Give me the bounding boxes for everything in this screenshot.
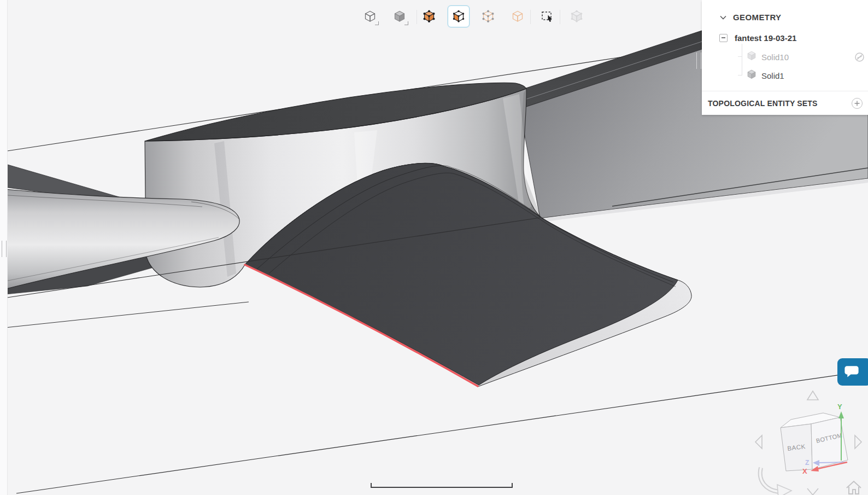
left-panel-drag-handle[interactable] [2,241,7,257]
select-assembly-button[interactable] [566,5,588,27]
visibility-off-icon[interactable] [854,52,865,65]
add-entity-set-button[interactable] [852,98,863,109]
dropdown-corner-icon [375,21,379,25]
select-assembly-icon [570,9,584,24]
panel-divider [702,91,868,91]
select-volume-button[interactable] [418,5,440,27]
toolbar-separator [417,10,417,24]
geometry-tree-root-label: fantest 19-03-21 [735,33,796,43]
select-face-icon [451,9,466,24]
select-face-button[interactable] [448,5,470,27]
collapse-minus-icon[interactable] [719,34,728,42]
tree-item-solid10[interactable]: Solid10 [702,50,868,64]
toolbar-separator [560,10,560,24]
box-select-button[interactable] [536,5,558,27]
geometry-section-title: GEOMETRY [733,13,781,22]
tree-item-label: Solid10 [761,53,789,62]
wireframe-cube-button[interactable] [359,5,381,27]
topological-entity-sets-header[interactable]: TOPOLOGICAL ENTITY SETS [702,96,868,110]
topological-entity-sets-title: TOPOLOGICAL ENTITY SETS [708,99,818,108]
select-vertex-button[interactable] [477,5,499,27]
chevron-down-icon [720,12,726,22]
toolbar-separator [530,10,531,24]
cad-workbench: { "panel": { "geometry_header": "GEOMETR… [0,0,868,495]
axis-label-x: X [802,467,807,475]
select-edge-icon [511,9,525,24]
geometry-tree-root[interactable]: fantest 19-03-21 [702,32,796,43]
tree-item-label: Solid1 [761,71,784,80]
chat-bubble-icon [844,364,859,380]
select-edge-button[interactable] [507,5,529,27]
axis-label-y: Y [837,403,842,411]
axis-label-z: Z [805,459,809,467]
select-vertex-icon [481,9,495,24]
geometry-panel: GEOMETRY fantest 19-03-21 Solid10 Solid1… [702,0,868,115]
right-panel-drag-handle[interactable] [696,53,701,69]
support-chat-button[interactable] [837,358,868,386]
dropdown-corner-icon [404,21,408,25]
shaded-cube-button[interactable] [389,5,410,27]
tree-item-solid1[interactable]: Solid1 [702,68,868,83]
solid-cube-icon [747,51,756,63]
selection-mode-toolbar [355,3,591,30]
geometry-section-header[interactable]: GEOMETRY [702,11,781,23]
box-select-icon [540,9,554,24]
select-volume-icon [422,9,436,24]
solid-cube-icon [747,69,756,81]
